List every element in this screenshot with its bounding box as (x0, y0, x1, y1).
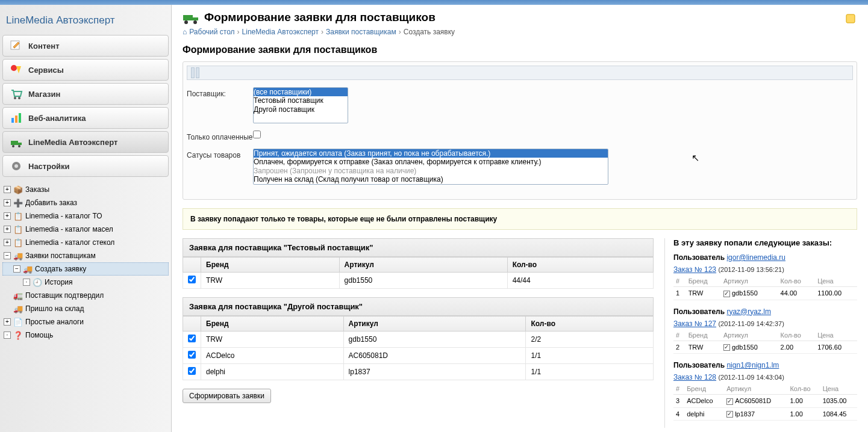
supplier-select[interactable]: (все поставщики) Тестовый поставщик Друг… (253, 87, 348, 123)
tree: +📦Заказы +➕Добавить заказ +📋Linemedia - … (2, 183, 169, 342)
svg-rect-7 (11, 141, 18, 145)
nav-shop[interactable]: Магазин (2, 83, 169, 105)
supplier-option[interactable]: (все поставщики) (254, 88, 348, 96)
svg-point-17 (193, 20, 197, 24)
tree-add-order[interactable]: +➕Добавить заказ (2, 196, 169, 209)
doc-icon: 📄 (13, 317, 23, 327)
mini-row: 2TRWgdb15502.001706.60 (673, 341, 857, 354)
plus-icon: ➕ (13, 198, 23, 208)
nav-autoexpert[interactable]: LineMedia Автоэксперт (2, 131, 169, 153)
tree-help[interactable]: ·❓Помощь (2, 329, 169, 342)
nav-content-label: Контент (28, 42, 60, 51)
mini-table: #БрендАртикулКол-воЦена 1TRWgdb155044.00… (673, 276, 857, 300)
user-label: Пользователь (673, 253, 726, 262)
tree-supplier-requests[interactable]: −🚚Заявки поставщикам (2, 249, 169, 262)
paid-only-label: Только оплаченные (187, 131, 253, 141)
tree-create-request[interactable]: −🚚Создать заявку (2, 262, 169, 276)
tree-history[interactable]: ·🕘История (2, 276, 169, 289)
user-email[interactable]: igor@linemedia.ru (726, 253, 785, 262)
mini-row: 3ACDelcoAC605081D1.001035.00 (673, 395, 857, 408)
tree-catalog-to[interactable]: +📋Linemedia - каталог ТО (2, 209, 169, 223)
user-email[interactable]: nign1@nign1.lm (726, 361, 779, 369)
form-requests-button[interactable]: Сформировать заявки (183, 389, 271, 403)
app-title: LineMedia Автоэксперт (2, 8, 169, 35)
nav-analytics[interactable]: Веб-аналитика (2, 107, 169, 129)
user-email[interactable]: ryaz@ryaz.lm (726, 307, 771, 316)
cart-icon (9, 87, 23, 100)
mini-table: #БрендАртикулКол-воЦена 2TRWgdb15502.001… (673, 330, 857, 354)
svg-point-2 (14, 97, 16, 99)
page-title: Формирование заявки для поставщиков (204, 11, 436, 24)
nav-settings-label: Настройки (28, 162, 70, 171)
svg-rect-5 (15, 116, 17, 123)
status-option[interactable]: Получен на склад (Склад получил товар от… (254, 175, 608, 184)
col-qty: Кол-во (507, 258, 653, 273)
tree-supplier-confirmed[interactable]: 🚛Поставщик подтвердил (2, 289, 169, 302)
tree-analogs[interactable]: +📄Простые аналоги (2, 315, 169, 329)
col-chk (183, 258, 201, 273)
mini-row: 4delphilp18371.001084.45 (673, 407, 857, 421)
supplier2-table: Бренд Артикул Кол-во TRWgdb15502/2 ACDel… (183, 316, 654, 380)
filter-tab[interactable] (191, 67, 195, 78)
svg-point-16 (184, 20, 188, 24)
crumb-desktop[interactable]: Рабочий стол (189, 28, 234, 36)
main-content: Формирование заявки для поставщиков ⌂ Ра… (172, 5, 868, 432)
row-checkbox[interactable] (188, 276, 196, 283)
order-link[interactable]: Заказ № 127 (673, 319, 716, 328)
status-option[interactable]: Принят, ожидается оплата (Заказ принят, … (254, 149, 608, 158)
supplier-option[interactable]: Тестовый поставщик (254, 96, 348, 105)
paid-only-checkbox[interactable] (253, 131, 261, 138)
crumb-supplier-req[interactable]: Заявки поставщикам (326, 28, 396, 36)
row-checkbox[interactable] (188, 335, 196, 342)
home-icon[interactable]: ⌂ (183, 28, 187, 36)
order-link[interactable]: Заказ № 123 (673, 265, 716, 274)
truck-small-icon: 🚚 (23, 264, 33, 274)
supplier2-header: Заявка для поставщика "Другой поставщик" (183, 297, 654, 316)
filter-tab[interactable] (196, 67, 199, 78)
svg-rect-13 (846, 14, 855, 23)
tree-arrived[interactable]: 🚚Пришло на склад (2, 302, 169, 315)
catalog-icon: 📋 (13, 224, 23, 234)
col-article: Артикул (339, 258, 507, 273)
svg-point-10 (18, 145, 20, 147)
status-select[interactable]: Принят, ожидается оплата (Заказ принят, … (253, 149, 608, 185)
tree-catalog-glass[interactable]: +📋Linemedia - каталог стекол (2, 236, 169, 249)
right-title: В эту заявку попали следующие заказы: (673, 238, 857, 247)
table-row: ACDelcoAC605081D1/1 (183, 348, 654, 364)
info-note: В заявку попадают только те товары, кото… (183, 208, 857, 230)
row-checkbox[interactable] (188, 367, 196, 375)
table-row: TRWgdb15502/2 (183, 332, 654, 348)
tree-catalog-oil[interactable]: +📋Linemedia - каталог масел (2, 223, 169, 236)
nav-content[interactable]: Контент (2, 35, 169, 57)
nav-shop-label: Магазин (28, 90, 60, 99)
help-icon: ❓ (13, 330, 23, 340)
catalog-icon: 📋 (13, 211, 23, 221)
row-checkbox[interactable] (188, 351, 196, 359)
nav-settings[interactable]: Настройки (2, 155, 169, 177)
box-icon: 📦 (13, 185, 23, 194)
nav-services-label: Сервисы (28, 66, 64, 75)
crumb-autoexpert[interactable]: LineMedia Автоэксперт (242, 28, 319, 36)
mini-table: #БрендАртикулКол-воЦена 3ACDelcoAC605081… (673, 383, 857, 421)
breadcrumb: ⌂ Рабочий стол› LineMedia Автоэксперт› З… (183, 28, 857, 36)
gear-icon (9, 159, 23, 173)
status-label: Сатусы товаров (187, 149, 253, 159)
nav-services[interactable]: Сервисы (2, 59, 169, 81)
status-option[interactable]: Запрошен (Запрошен у поставщика на налич… (254, 167, 608, 175)
table-row: TRW gdb1550 44/44 (183, 273, 654, 289)
svg-rect-14 (183, 15, 193, 20)
tree-orders[interactable]: +📦Заказы (2, 183, 169, 196)
pencil-icon (9, 39, 23, 52)
svg-point-1 (11, 65, 17, 71)
status-option[interactable]: Оплачен, формируется к отправке (Заказ о… (254, 158, 608, 166)
sidebar: LineMedia Автоэксперт Контент Сервисы Ма… (0, 5, 172, 432)
mini-row: 1TRWgdb155044.001100.00 (673, 287, 857, 300)
supplier-option[interactable]: Другой поставщик (254, 105, 348, 114)
chart-icon (9, 111, 23, 125)
svg-rect-6 (19, 113, 21, 123)
svg-point-3 (18, 97, 20, 99)
filter-panel: Поставщик: (все поставщики) Тестовый пос… (183, 61, 857, 200)
order-link[interactable]: Заказ № 128 (673, 373, 716, 381)
section-title: Формирование заявки для поставщиков (183, 45, 857, 55)
page-action-icon[interactable] (845, 13, 856, 24)
